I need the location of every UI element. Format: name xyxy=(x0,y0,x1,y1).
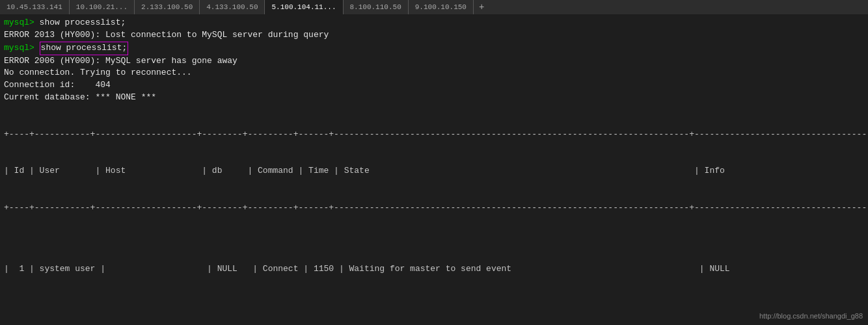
tab-add-button[interactable]: + xyxy=(474,1,489,14)
tab-7[interactable]: 9.100.10.150 xyxy=(409,0,474,14)
table-header: | Id | User | Host | db | Command | Time… xyxy=(4,165,864,177)
tab-5[interactable]: 5.100.104.11... xyxy=(265,0,343,14)
command-line-2: mysql> show processlist; xyxy=(4,42,864,55)
error-line-2: ERROR 2006 (HY000): MySQL server has gon… xyxy=(4,55,864,68)
tab-6[interactable]: 8.100.110.50 xyxy=(344,0,409,14)
database-line: Current database: *** NONE *** xyxy=(4,92,864,104)
sep-top: +----+-----------+--------------------+-… xyxy=(4,129,864,141)
tab-3[interactable]: 2.133.100.50 xyxy=(135,0,200,14)
row-1: | 1 | system user | | NULL | Connect | 1… xyxy=(4,263,864,276)
tab-2[interactable]: 10.100.21... xyxy=(70,0,135,14)
prompt-2: mysql> xyxy=(4,42,40,55)
connection-id-line: Connection id: 404 xyxy=(4,79,864,92)
error-line-1: ERROR 2013 (HY000): Lost connection to M… xyxy=(4,29,864,42)
tab-bar: 10.45.133.141 10.100.21... 2.133.100.50 … xyxy=(0,0,868,14)
reconnect-line: No connection. Trying to reconnect... xyxy=(4,67,864,79)
command-line-1: mysql> show processlist; xyxy=(4,17,864,29)
command-2-highlighted: show processlist; xyxy=(40,42,129,55)
prompt-1: mysql> xyxy=(4,17,40,29)
sep-mid: +----+-----------+--------------------+-… xyxy=(4,202,864,214)
watermark: http://blog.csdn.net/shangdi_g88 xyxy=(759,312,863,320)
command-1: show processlist; xyxy=(40,17,126,29)
tab-1[interactable]: 10.45.133.141 xyxy=(0,0,70,14)
table-area: +----+-----------+--------------------+-… xyxy=(4,104,864,325)
terminal-area: mysql> show processlist; ERROR 2013 (HY0… xyxy=(0,14,868,325)
tab-4[interactable]: 4.133.100.50 xyxy=(200,0,265,14)
